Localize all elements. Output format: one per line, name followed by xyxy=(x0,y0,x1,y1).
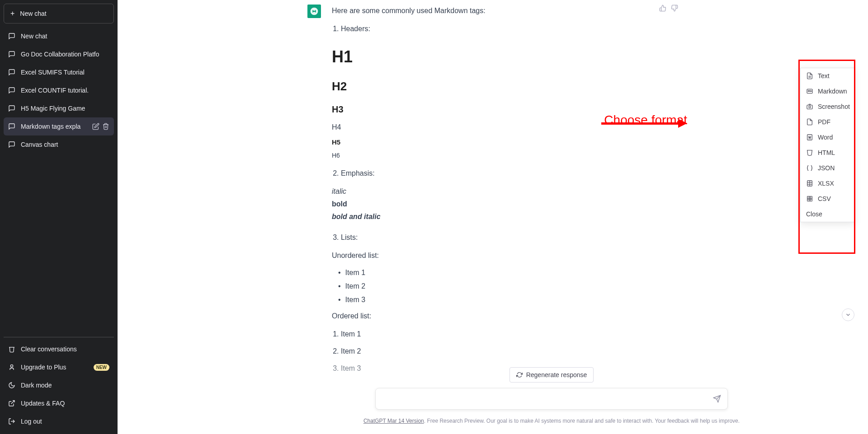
trash-icon[interactable] xyxy=(102,123,109,130)
export-json[interactable]: JSON xyxy=(801,160,854,176)
fm-label: Text xyxy=(818,72,830,79)
trash-icon xyxy=(8,345,15,353)
chat-icon xyxy=(8,69,15,76)
export-close[interactable]: Close xyxy=(801,206,854,222)
export-text[interactable]: Text xyxy=(801,68,854,84)
chat-item-label: H5 Magic Flying Game xyxy=(21,105,109,112)
updates-label: Updates & FAQ xyxy=(21,400,65,407)
clear-conversations-button[interactable]: Clear conversations xyxy=(4,340,114,358)
sidebar-item-chat[interactable]: Canvas chart xyxy=(4,135,114,154)
svg-rect-15 xyxy=(807,196,812,201)
markdown-icon xyxy=(806,88,813,95)
chat-item-label: Canvas chart xyxy=(21,141,109,148)
chat-icon xyxy=(8,33,15,40)
export-pdf[interactable]: PDF xyxy=(801,114,854,130)
chat-icon xyxy=(8,51,15,58)
html-icon xyxy=(806,149,813,156)
logout-button[interactable]: Log out xyxy=(4,412,114,430)
new-chat-label: New chat xyxy=(20,10,46,17)
annotation-arrow xyxy=(601,120,687,126)
version-link[interactable]: ChatGPT Mar 14 Version xyxy=(363,418,424,424)
ul-item: Item 2 xyxy=(338,280,648,293)
updates-faq-button[interactable]: Updates & FAQ xyxy=(4,394,114,412)
chat-item-label: Go Doc Collaboration Platfo xyxy=(21,51,109,58)
ul-item: Item 1 xyxy=(338,266,648,279)
clear-label: Clear conversations xyxy=(21,345,77,353)
export-markdown[interactable]: Markdown xyxy=(801,84,854,99)
chat-input[interactable] xyxy=(383,395,706,403)
dark-mode-label: Dark mode xyxy=(21,382,52,389)
regenerate-button[interactable]: Regenerate response xyxy=(509,367,594,383)
chat-icon xyxy=(8,105,15,112)
ol-item: Item 3 xyxy=(341,362,648,375)
send-icon[interactable] xyxy=(713,395,721,403)
sidebar-item-chat[interactable]: H5 Magic Flying Game xyxy=(4,99,114,117)
thumbs-up-icon[interactable] xyxy=(659,5,666,12)
fm-label: Markdown xyxy=(818,88,847,95)
svg-rect-8 xyxy=(807,105,812,109)
moon-icon xyxy=(8,382,15,389)
export-screenshot[interactable]: Screenshot xyxy=(801,99,854,114)
message-intro: Here are some commonly used Markdown tag… xyxy=(332,5,648,17)
sample-h3: H3 xyxy=(332,102,648,117)
fm-label: JSON xyxy=(818,164,835,172)
user-icon xyxy=(8,364,15,371)
export-csv[interactable]: CSV xyxy=(801,191,854,206)
export-word[interactable]: Word xyxy=(801,130,854,145)
chat-icon xyxy=(8,123,15,130)
upgrade-button[interactable]: Upgrade to Plus NEW xyxy=(4,358,114,376)
sidebar-item-chat[interactable]: Go Doc Collaboration Platfo xyxy=(4,45,114,63)
ol-item: Item 2 xyxy=(341,345,648,358)
chat-item-label: Excel COUNTIF tutorial. xyxy=(21,87,109,94)
svg-point-9 xyxy=(809,106,811,108)
word-icon xyxy=(806,134,813,141)
sample-bold: bold xyxy=(332,198,648,210)
sidebar-bottom: Clear conversations Upgrade to Plus NEW … xyxy=(4,337,114,430)
csv-icon xyxy=(806,195,813,202)
svg-line-1 xyxy=(11,401,14,404)
scroll-to-bottom-button[interactable] xyxy=(842,308,854,321)
sample-h6: H6 xyxy=(332,150,648,161)
refresh-icon xyxy=(516,372,523,378)
new-chat-button[interactable]: + New chat xyxy=(4,4,114,23)
file-text-icon xyxy=(806,72,813,79)
dark-mode-button[interactable]: Dark mode xyxy=(4,376,114,394)
section-headers: Headers: xyxy=(341,23,648,35)
thumbs-down-icon[interactable] xyxy=(671,5,678,12)
sidebar-item-chat[interactable]: Excel SUMIFS Tutorial xyxy=(4,63,114,81)
external-link-icon xyxy=(8,400,15,407)
openai-logo-icon xyxy=(310,7,319,16)
chat-icon xyxy=(8,141,15,148)
upgrade-label: Upgrade to Plus xyxy=(21,364,66,371)
footer-disclaimer: ChatGPT Mar 14 Version. Free Research Pr… xyxy=(235,418,868,424)
export-xlsx[interactable]: XLSX xyxy=(801,176,854,191)
chat-item-label: Excel SUMIFS Tutorial xyxy=(21,69,109,76)
plus-icon: + xyxy=(10,9,14,18)
sidebar-item-chat-active[interactable]: Markdown tags expla xyxy=(4,117,114,135)
ol-item: Item 1 xyxy=(341,328,648,341)
sample-bolditalic: bold and italic xyxy=(332,210,648,223)
export-html[interactable]: HTML xyxy=(801,145,854,160)
chat-icon xyxy=(8,87,15,94)
chat-item-label: New chat xyxy=(21,33,109,40)
json-icon xyxy=(806,164,813,172)
logout-label: Log out xyxy=(21,418,42,425)
message-actions xyxy=(659,5,678,380)
assistant-avatar xyxy=(307,5,321,18)
edit-icon[interactable] xyxy=(92,123,99,130)
footer-text: . Free Research Preview. Our goal is to … xyxy=(424,418,740,424)
logout-icon xyxy=(8,418,15,425)
chat-scroll-area[interactable]: Here are some commonly used Markdown tag… xyxy=(118,0,868,434)
sidebar-item-chat[interactable]: New chat xyxy=(4,27,114,45)
fm-label: CSV xyxy=(818,195,831,202)
sample-h4: H4 xyxy=(332,121,648,134)
section-emphasis: Emphasis: xyxy=(341,167,648,180)
sidebar: + New chat New chat Go Doc Collaboration… xyxy=(0,0,118,434)
fm-label: XLSX xyxy=(818,180,834,187)
sidebar-item-chat[interactable]: Excel COUNTIF tutorial. xyxy=(4,81,114,99)
chevron-down-icon xyxy=(845,312,851,318)
svg-point-0 xyxy=(10,365,13,367)
fm-label: Word xyxy=(818,134,833,141)
unordered-label: Unordered list: xyxy=(332,249,648,262)
camera-icon xyxy=(806,103,813,110)
